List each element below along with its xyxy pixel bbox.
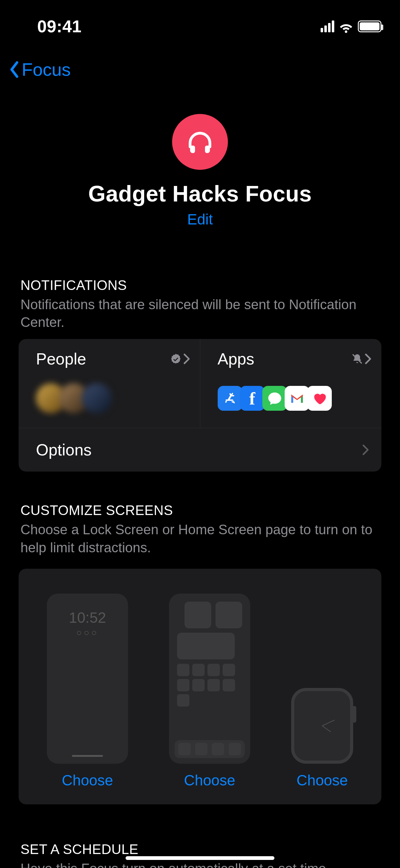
- messages-icon: [262, 386, 287, 411]
- avatar: [82, 383, 112, 413]
- chevron-right-icon: [183, 353, 190, 365]
- people-label: People: [36, 349, 86, 368]
- homescreen-column: Choose: [169, 594, 250, 789]
- notifications-desc: Notifications that are silenced will be …: [19, 296, 381, 331]
- schedule-section: SET A SCHEDULE Have this Focus turn on a…: [0, 842, 400, 868]
- options-label: Options: [36, 440, 92, 459]
- watch-column: Choose: [291, 688, 353, 789]
- chevron-left-icon: [9, 61, 21, 78]
- screens-section: CUSTOMIZE SCREENS Choose a Lock Screen o…: [0, 503, 400, 804]
- back-label: Focus: [22, 59, 71, 80]
- lockscreen-time: 10:52: [69, 609, 106, 626]
- focus-title: Gadget Hacks Focus: [0, 181, 400, 207]
- lockscreen-dots: ○○○: [76, 627, 99, 638]
- chevron-right-icon: [362, 444, 369, 456]
- screens-card: 10:52 ○○○ Choose: [19, 569, 381, 804]
- status-icons: [321, 19, 381, 34]
- status-bar: 09:41: [0, 0, 400, 43]
- app-icons: f: [218, 386, 329, 411]
- lockscreen-column: 10:52 ○○○ Choose: [47, 594, 128, 789]
- choose-homescreen-button[interactable]: Choose: [184, 772, 235, 789]
- choose-watchface-button[interactable]: Choose: [296, 772, 347, 789]
- battery-icon: [358, 21, 381, 32]
- apps-button[interactable]: Apps: [200, 339, 382, 428]
- appstore-icon: [218, 386, 242, 411]
- headphones-icon: [172, 114, 228, 170]
- schedule-desc: Have this Focus turn on automatically at…: [19, 860, 381, 868]
- focus-header: Gadget Hacks Focus Edit: [0, 114, 400, 228]
- notifications-card: People: [19, 339, 381, 471]
- screens-desc: Choose a Lock Screen or Home Screen page…: [19, 521, 381, 556]
- people-button[interactable]: People: [19, 339, 200, 428]
- gmail-icon: [285, 386, 309, 411]
- screens-header: CUSTOMIZE SCREENS: [19, 503, 381, 518]
- notifications-section: NOTIFICATIONS Notifications that are sil…: [0, 278, 400, 471]
- edit-button[interactable]: Edit: [187, 211, 213, 228]
- bell-slash-icon: [352, 353, 363, 365]
- facebook-icon: f: [240, 386, 265, 411]
- lockscreen-preview[interactable]: 10:52 ○○○: [47, 594, 128, 764]
- back-button[interactable]: Focus: [0, 43, 400, 80]
- health-icon: [307, 386, 332, 411]
- homescreen-preview[interactable]: [169, 594, 250, 764]
- chevron-right-icon: [365, 353, 371, 365]
- notifications-header: NOTIFICATIONS: [19, 278, 381, 293]
- people-avatars: [36, 383, 105, 413]
- wifi-icon: [339, 19, 354, 34]
- cellular-icon: [321, 21, 334, 32]
- options-button[interactable]: Options: [19, 428, 381, 471]
- verified-badge-icon: [170, 353, 181, 365]
- apps-label: Apps: [218, 349, 255, 368]
- schedule-header: SET A SCHEDULE: [19, 842, 381, 857]
- home-indicator[interactable]: [126, 856, 274, 860]
- watchface-preview[interactable]: [291, 688, 353, 764]
- status-time: 09:41: [37, 17, 81, 36]
- choose-lockscreen-button[interactable]: Choose: [62, 772, 113, 789]
